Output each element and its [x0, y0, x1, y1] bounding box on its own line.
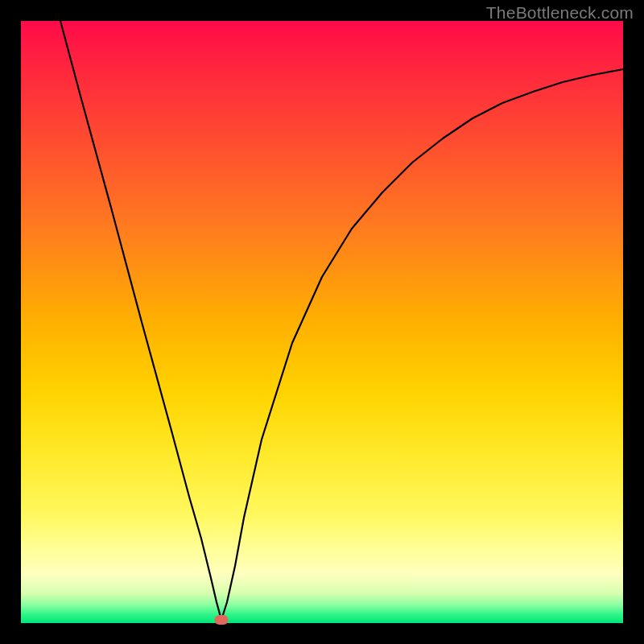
chart-frame: TheBottleneck.com: [0, 0, 644, 644]
bottleneck-curve: [21, 21, 623, 623]
optimal-marker: [215, 615, 229, 625]
plot-area: [21, 21, 623, 623]
watermark-text: TheBottleneck.com: [486, 3, 634, 23]
curve-path: [60, 21, 623, 620]
